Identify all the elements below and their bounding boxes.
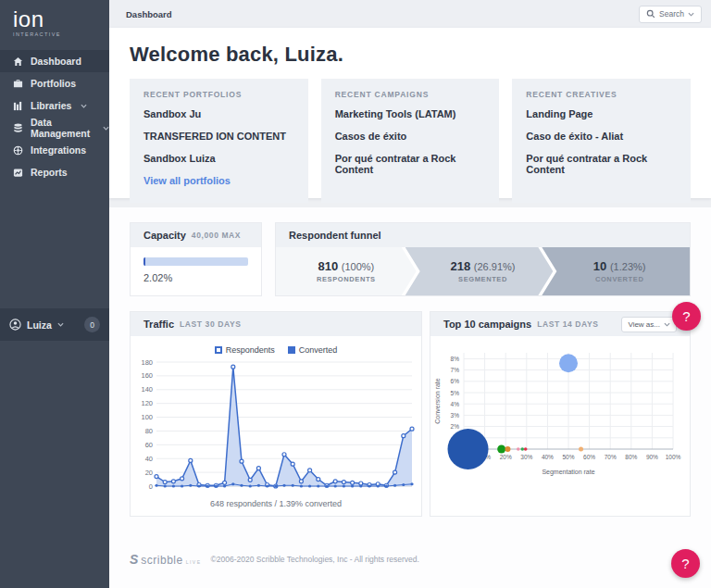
svg-text:90%: 90% <box>646 454 658 460</box>
svg-text:20: 20 <box>145 469 153 477</box>
help-button[interactable]: ? <box>672 302 701 331</box>
chevron-down-icon <box>664 322 670 327</box>
portfolio-link[interactable]: Sandbox Ju <box>143 103 294 125</box>
capacity-body: 2.02% <box>131 247 261 291</box>
campaigns-title: Top 10 campaigns <box>443 319 531 330</box>
capacity-title: Capacity <box>143 230 186 241</box>
portfolio-icon <box>13 79 23 89</box>
creative-link[interactable]: Caso de éxito - Aliat <box>526 125 677 147</box>
svg-text:80: 80 <box>145 427 153 435</box>
svg-text:4%: 4% <box>451 401 460 407</box>
legend-label: Converted <box>299 345 338 355</box>
sidebar-item-integrations[interactable]: Integrations <box>0 139 109 161</box>
card-title: RECENT CREATIVES <box>526 90 677 99</box>
breadcrumb: Dashboard <box>126 9 172 19</box>
svg-text:160: 160 <box>141 371 153 380</box>
campaigns-bubble-chart[interactable]: 10%20%30%40%50%60%70%80%90%100%2%3%4%5%6… <box>430 336 690 510</box>
recent-campaigns-card: RECENT CAMPAIGNS Marketing Tools (LATAM)… <box>321 79 500 203</box>
chevron-down-icon <box>103 126 109 131</box>
sidebar-item-libraries[interactable]: Libraries <box>0 94 109 117</box>
capacity-funnel-row: Capacity 40,000 MAX 2.02% Respondent fun… <box>130 222 691 296</box>
page-title: Welcome back, Luiza. <box>130 43 343 67</box>
svg-text:120: 120 <box>141 399 153 407</box>
reports-icon <box>13 168 23 178</box>
svg-text:2%: 2% <box>451 423 460 430</box>
sidebar: ion INTERACTIVE Dashboard Portfolios Lib… <box>0 0 109 588</box>
svg-text:60%: 60% <box>583 454 595 460</box>
view-as-dropdown[interactable]: View as... <box>621 317 677 332</box>
app-logo[interactable]: ion INTERACTIVE <box>0 0 109 43</box>
stage-pct: (26.91%) <box>474 261 516 272</box>
stage-label: RESPONDENTS <box>317 275 376 283</box>
user-menu[interactable]: Luiza 0 <box>0 308 109 341</box>
traffic-legend: Respondents Converted <box>131 345 421 355</box>
view-all-portfolios-link[interactable]: View all portfolios <box>143 169 294 192</box>
portfolio-link[interactable]: TRANSFERED ION CONTENT <box>143 125 294 147</box>
svg-text:40%: 40% <box>542 454 554 460</box>
stage-label: SEGMENTED <box>458 275 507 283</box>
integrations-icon <box>13 145 23 156</box>
recent-creatives-card: RECENT CREATIVES Landing Page Caso de éx… <box>512 79 691 203</box>
campaign-link[interactable]: Por qué contratar a Rock Content <box>335 147 486 181</box>
view-as-label: View as... <box>628 320 660 329</box>
footer: S scribble LIVE ©2006-2020 Scribble Tech… <box>130 552 419 567</box>
svg-text:50%: 50% <box>562 454 574 460</box>
chevron-down-icon <box>57 322 64 327</box>
campaign-link[interactable]: Casos de éxito <box>335 125 486 147</box>
svg-text:5%: 5% <box>451 390 460 396</box>
funnel-header: Respondent funnel <box>276 223 690 247</box>
user-name: Luiza <box>27 319 52 331</box>
traffic-chart-card: Traffic LAST 30 DAYS Respondents Convert… <box>130 311 422 517</box>
sidebar-item-reports[interactable]: Reports <box>0 161 109 183</box>
sidebar-item-data-management[interactable]: Data Management <box>0 117 109 139</box>
traffic-line-chart[interactable]: 020406080100120140160180 <box>131 355 421 494</box>
copyright-text: ©2006-2020 Scribble Technologies, Inc - … <box>211 555 419 564</box>
svg-text:180: 180 <box>141 358 153 367</box>
svg-text:8%: 8% <box>451 356 460 362</box>
stage-value: 810 <box>318 259 338 273</box>
traffic-body: Respondents Converted 020406080100120140… <box>131 336 421 516</box>
notification-badge[interactable]: 0 <box>84 317 100 332</box>
user-icon <box>9 319 21 331</box>
funnel-stage-converted: 10 (1.23%) CONVERTED <box>542 247 690 295</box>
scribble-logo: S scribble LIVE <box>130 552 202 567</box>
funnel-stage-respondents: 810 (100%) RESPONDENTS <box>276 247 417 295</box>
sidebar-nav: Dashboard Portfolios Libraries Data Mana… <box>0 50 109 183</box>
campaign-link[interactable]: Marketing Tools (LATAM) <box>335 103 486 125</box>
svg-text:100%: 100% <box>666 454 681 460</box>
scribble-sub: LIVE <box>186 559 202 565</box>
home-icon <box>13 56 23 67</box>
traffic-subtitle: LAST 30 DAYS <box>180 319 241 329</box>
campaigns-header: Top 10 campaigns LAST 14 DAYS View as... <box>430 312 690 336</box>
sidebar-item-label: Libraries <box>31 100 71 111</box>
recent-portfolios-card: RECENT PORTFOLIOS Sandbox Ju TRANSFERED … <box>130 79 308 203</box>
sidebar-item-label: Integrations <box>31 144 86 156</box>
stage-value: 10 <box>593 259 606 273</box>
capacity-card: Capacity 40,000 MAX 2.02% <box>130 222 262 296</box>
funnel-body: 810 (100%) RESPONDENTS 218 (26.91%) SEGM… <box>276 247 690 295</box>
svg-text:140: 140 <box>141 385 153 394</box>
logo-subtext: INTERACTIVE <box>13 31 109 37</box>
recent-cards-row: RECENT PORTFOLIOS Sandbox Ju TRANSFERED … <box>130 79 691 203</box>
sidebar-item-dashboard[interactable]: Dashboard <box>0 50 109 72</box>
portfolio-link[interactable]: Sandbox Luiza <box>143 147 294 169</box>
svg-text:6%: 6% <box>451 378 460 384</box>
stage-value: 218 <box>451 259 471 273</box>
svg-text:40: 40 <box>145 455 153 463</box>
sidebar-item-label: Data Management <box>31 117 94 139</box>
svg-text:Conversion rate: Conversion rate <box>434 378 441 424</box>
creative-link[interactable]: Por qué contratar a Rock Content <box>526 147 677 181</box>
traffic-caption: 648 respondents / 1.39% converted <box>131 497 421 516</box>
charts-row: Traffic LAST 30 DAYS Respondents Convert… <box>130 311 691 517</box>
svg-text:0: 0 <box>149 482 153 491</box>
creative-link[interactable]: Landing Page <box>526 103 677 125</box>
welcome-panel: Welcome back, Luiza. RECENT PORTFOLIOS S… <box>109 28 711 198</box>
respondent-funnel-card: Respondent funnel 810 (100%) RESPONDENTS… <box>275 222 691 296</box>
chevron-down-icon <box>81 104 87 108</box>
help-button[interactable]: ? <box>671 549 700 578</box>
search-button[interactable]: Search <box>639 6 702 23</box>
top-bar: Dashboard Search <box>109 0 711 28</box>
stats-panel: Capacity 40,000 MAX 2.02% Respondent fun… <box>109 207 711 588</box>
sidebar-item-portfolios[interactable]: Portfolios <box>0 72 109 94</box>
svg-text:60: 60 <box>145 441 153 449</box>
